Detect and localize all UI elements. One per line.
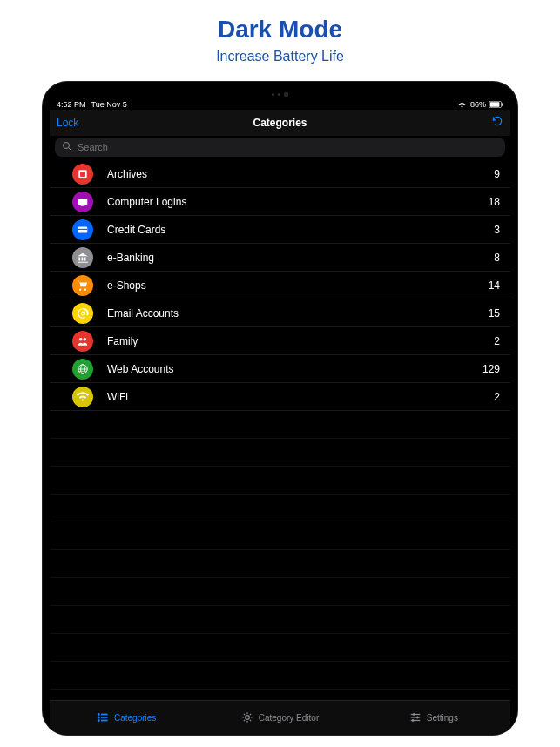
svg-rect-6 — [80, 172, 85, 177]
svg-point-22 — [98, 719, 99, 721]
globe-icon — [72, 359, 93, 380]
category-label: Credit Cards — [107, 224, 494, 236]
category-count: 18 — [489, 196, 500, 208]
page-title: Categories — [100, 117, 460, 129]
nav-bar: Lock Categories — [50, 110, 510, 136]
category-label: Computer Logins — [107, 196, 489, 208]
status-time: 4:52 PM — [57, 100, 86, 109]
category-count: 9 — [494, 168, 500, 180]
family-icon — [72, 331, 93, 352]
svg-point-26 — [413, 713, 415, 715]
category-count: 3 — [494, 224, 500, 236]
empty-row — [50, 690, 510, 700]
archive-icon — [72, 164, 93, 185]
refresh-button[interactable] — [460, 115, 503, 131]
camera-icon — [284, 92, 288, 97]
svg-rect-2 — [502, 103, 503, 106]
empty-row — [50, 662, 510, 690]
tab-bar: Categories Category Editor Settings — [50, 700, 510, 735]
cart-icon — [72, 275, 93, 296]
gear-icon — [241, 711, 253, 725]
category-count: 2 — [494, 391, 500, 403]
svg-rect-23 — [101, 719, 107, 720]
battery-icon — [489, 101, 503, 108]
category-label: Email Accounts — [107, 307, 489, 320]
empty-row — [50, 578, 510, 606]
promo-subtitle: Increase Battery Life — [0, 49, 560, 64]
wifi-icon — [72, 387, 93, 407]
device-frame: 4:52 PM Tue Nov 5 86% Lock Categories — [43, 82, 517, 735]
wifi-icon — [457, 101, 467, 108]
status-bar: 4:52 PM Tue Nov 5 86% — [50, 98, 510, 110]
svg-point-12 — [84, 337, 87, 340]
svg-rect-21 — [101, 717, 107, 717]
category-label: Archives — [107, 168, 494, 180]
tab-categories[interactable]: Categories — [50, 701, 203, 735]
svg-point-18 — [98, 713, 99, 715]
empty-row — [50, 495, 510, 522]
list-icon — [97, 711, 109, 725]
svg-point-20 — [98, 716, 99, 717]
empty-row — [50, 522, 510, 550]
sensor-bar — [50, 91, 510, 98]
empty-row — [50, 634, 510, 662]
empty-row — [50, 550, 510, 578]
category-count: 129 — [482, 363, 500, 375]
computer-icon — [72, 192, 93, 212]
svg-point-28 — [416, 716, 418, 717]
empty-row — [50, 439, 510, 467]
svg-rect-1 — [490, 102, 499, 107]
category-row-computer[interactable]: Computer Logins18 — [50, 188, 510, 216]
category-label: WiFi — [107, 391, 494, 403]
category-row-archive[interactable]: Archives9 — [50, 160, 510, 188]
category-row-family[interactable]: Family2 — [50, 327, 510, 355]
tab-settings[interactable]: Settings — [357, 701, 510, 735]
svg-point-24 — [245, 715, 249, 719]
svg-rect-19 — [101, 713, 107, 714]
tab-category-editor[interactable]: Category Editor — [203, 701, 356, 735]
svg-point-30 — [412, 719, 414, 721]
category-count: 15 — [489, 307, 500, 320]
category-label: Family — [107, 335, 494, 347]
category-label: Web Accounts — [107, 363, 482, 375]
tab-categories-label: Categories — [114, 713, 156, 723]
category-row-card[interactable]: Credit Cards3 — [50, 216, 510, 244]
category-row-wifi[interactable]: WiFi2 — [50, 383, 510, 411]
at-icon — [72, 303, 93, 324]
search-icon — [62, 139, 72, 155]
status-date: Tue Nov 5 — [91, 100, 127, 109]
empty-row — [50, 467, 510, 495]
svg-rect-10 — [78, 228, 88, 229]
tab-settings-label: Settings — [427, 713, 458, 723]
category-row-globe[interactable]: Web Accounts129 — [50, 355, 510, 383]
category-list: Archives9Computer Logins18Credit Cards3e… — [50, 160, 510, 700]
svg-rect-7 — [78, 198, 88, 204]
lock-button[interactable]: Lock — [57, 117, 100, 129]
empty-row — [50, 606, 510, 634]
svg-rect-8 — [81, 205, 85, 205]
tab-editor-label: Category Editor — [259, 713, 319, 723]
category-label: e-Banking — [107, 252, 494, 264]
screen: 4:52 PM Tue Nov 5 86% Lock Categories — [50, 98, 510, 735]
empty-row — [50, 411, 510, 439]
category-count: 8 — [494, 252, 500, 264]
status-battery-percent: 86% — [470, 100, 486, 109]
card-icon — [72, 219, 93, 240]
category-count: 2 — [494, 335, 500, 347]
sliders-icon — [409, 711, 422, 725]
search-bar[interactable] — [55, 138, 505, 157]
category-label: e-Shops — [107, 279, 489, 292]
search-input[interactable] — [78, 142, 498, 152]
svg-line-4 — [69, 148, 71, 151]
category-row-bank[interactable]: e-Banking8 — [50, 244, 510, 272]
svg-point-3 — [64, 143, 70, 149]
category-count: 14 — [489, 279, 500, 292]
svg-point-11 — [79, 337, 83, 340]
promo-title: Dark Mode — [0, 16, 560, 44]
category-row-cart[interactable]: e-Shops14 — [50, 272, 510, 299]
category-row-at[interactable]: Email Accounts15 — [50, 299, 510, 327]
bank-icon — [72, 247, 93, 268]
